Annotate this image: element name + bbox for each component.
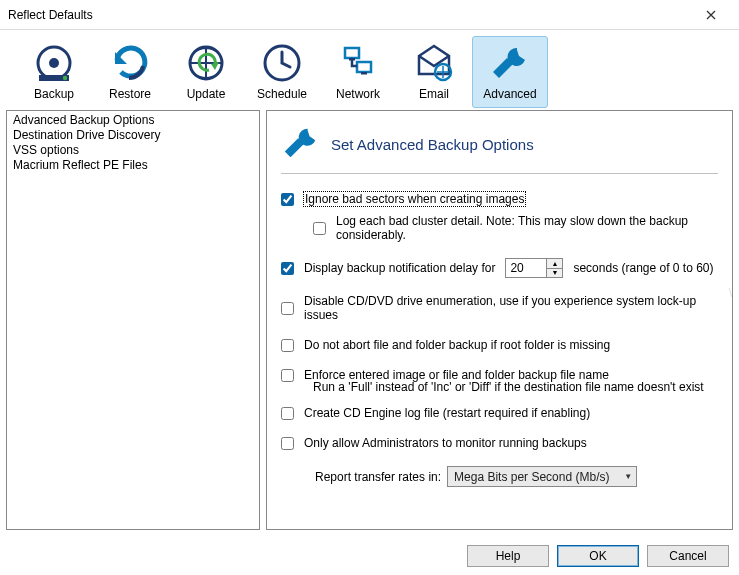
schedule-icon bbox=[258, 41, 306, 85]
opt-display-delay: Display backup notification delay for ▲ … bbox=[281, 258, 718, 278]
opt-admins-monitor: Only allow Administrators to monitor run… bbox=[281, 436, 718, 450]
page-title: Set Advanced Backup Options bbox=[331, 136, 534, 153]
toolbar-network-label: Network bbox=[336, 87, 380, 101]
opt-ignore-bad-sectors: Ignore bad sectors when creating images bbox=[281, 192, 718, 206]
toolbar-backup[interactable]: Backup bbox=[16, 36, 92, 108]
update-icon bbox=[182, 41, 230, 85]
combo-transfer-rate[interactable]: Mega Bits per Second (Mb/s) ▼ bbox=[447, 466, 637, 487]
label-display-delay-suffix: seconds (range of 0 to 60) bbox=[573, 261, 713, 275]
sidebar-item-advanced-backup[interactable]: Advanced Backup Options bbox=[11, 113, 255, 128]
checkbox-enforce-name[interactable] bbox=[281, 369, 294, 382]
chevron-down-icon: ▼ bbox=[624, 472, 632, 481]
backup-icon bbox=[30, 41, 78, 85]
label-do-not-abort: Do not abort file and folder backup if r… bbox=[304, 338, 610, 352]
input-delay-value[interactable] bbox=[506, 259, 546, 277]
checkbox-do-not-abort[interactable] bbox=[281, 339, 294, 352]
help-button[interactable]: Help bbox=[467, 545, 549, 567]
svg-point-3 bbox=[63, 76, 67, 80]
svg-rect-7 bbox=[357, 62, 371, 72]
checkbox-admins-monitor[interactable] bbox=[281, 437, 294, 450]
sidebar-item-vss[interactable]: VSS options bbox=[11, 143, 255, 158]
email-icon bbox=[410, 41, 458, 85]
label-ignore-bad-sectors: Ignore bad sectors when creating images bbox=[304, 192, 525, 206]
watermark: Wind bbox=[728, 285, 733, 300]
toolbar-restore-label: Restore bbox=[109, 87, 151, 101]
toolbar: Backup Restore Update Schedule Network E… bbox=[0, 30, 739, 110]
svg-rect-6 bbox=[345, 48, 359, 58]
label-display-delay-prefix: Display backup notification delay for bbox=[304, 261, 495, 275]
checkbox-log-each-cluster[interactable] bbox=[313, 222, 326, 235]
ok-button[interactable]: OK bbox=[557, 545, 639, 567]
spinner-up[interactable]: ▲ bbox=[547, 259, 562, 269]
opt-transfer-rate: Report transfer rates in: Mega Bits per … bbox=[315, 466, 718, 487]
toolbar-schedule[interactable]: Schedule bbox=[244, 36, 320, 108]
opt-do-not-abort: Do not abort file and folder backup if r… bbox=[281, 338, 718, 352]
advanced-icon bbox=[486, 41, 534, 85]
toolbar-restore[interactable]: Restore bbox=[92, 36, 168, 108]
divider bbox=[281, 173, 718, 174]
label-log-each-cluster: Log each bad cluster detail. Note: This … bbox=[336, 214, 718, 242]
label-admins-monitor: Only allow Administrators to monitor run… bbox=[304, 436, 587, 450]
sidebar-item-pe-files[interactable]: Macrium Reflect PE Files bbox=[11, 158, 255, 173]
svg-point-1 bbox=[49, 58, 59, 68]
window-title: Reflect Defaults bbox=[8, 8, 691, 22]
toolbar-update-label: Update bbox=[187, 87, 226, 101]
opt-log-each-cluster: Log each bad cluster detail. Note: This … bbox=[313, 214, 718, 242]
sidebar: Advanced Backup Options Destination Driv… bbox=[6, 110, 260, 530]
close-icon bbox=[706, 10, 716, 20]
label-cd-engine-log: Create CD Engine log file (restart requi… bbox=[304, 406, 590, 420]
checkbox-disable-cddvd[interactable] bbox=[281, 302, 294, 315]
toolbar-network[interactable]: Network bbox=[320, 36, 396, 108]
toolbar-backup-label: Backup bbox=[34, 87, 74, 101]
toolbar-schedule-label: Schedule bbox=[257, 87, 307, 101]
spinner-delay: ▲ ▼ bbox=[505, 258, 563, 278]
label-disable-cddvd: Disable CD/DVD drive enumeration, use if… bbox=[304, 294, 718, 322]
toolbar-email[interactable]: Email bbox=[396, 36, 472, 108]
label-transfer-rate: Report transfer rates in: bbox=[315, 470, 441, 484]
checkbox-cd-engine-log[interactable] bbox=[281, 407, 294, 420]
titlebar: Reflect Defaults bbox=[0, 0, 739, 30]
svg-rect-9 bbox=[361, 72, 367, 75]
close-button[interactable] bbox=[691, 1, 731, 29]
combo-transfer-rate-value: Mega Bits per Second (Mb/s) bbox=[454, 470, 609, 484]
cancel-button[interactable]: Cancel bbox=[647, 545, 729, 567]
toolbar-advanced[interactable]: Advanced bbox=[472, 36, 548, 108]
sidebar-item-destination-drive[interactable]: Destination Drive Discovery bbox=[11, 128, 255, 143]
note-enforce-name: Run a 'Full' instead of 'Inc' or 'Diff' … bbox=[313, 380, 718, 394]
spinner-down[interactable]: ▼ bbox=[547, 269, 562, 278]
svg-rect-8 bbox=[349, 58, 355, 61]
restore-icon bbox=[106, 41, 154, 85]
checkbox-display-delay[interactable] bbox=[281, 262, 294, 275]
checkbox-ignore-bad-sectors[interactable] bbox=[281, 193, 294, 206]
footer-buttons: Help OK Cancel bbox=[467, 545, 729, 567]
toolbar-update[interactable]: Update bbox=[168, 36, 244, 108]
wrench-icon bbox=[281, 123, 321, 166]
opt-cd-engine-log: Create CD Engine log file (restart requi… bbox=[281, 406, 718, 420]
network-icon bbox=[334, 41, 382, 85]
main-panel: Wind Set Advanced Backup Options Ignore … bbox=[266, 110, 733, 530]
opt-disable-cddvd: Disable CD/DVD drive enumeration, use if… bbox=[281, 294, 718, 322]
toolbar-email-label: Email bbox=[419, 87, 449, 101]
toolbar-advanced-label: Advanced bbox=[483, 87, 536, 101]
